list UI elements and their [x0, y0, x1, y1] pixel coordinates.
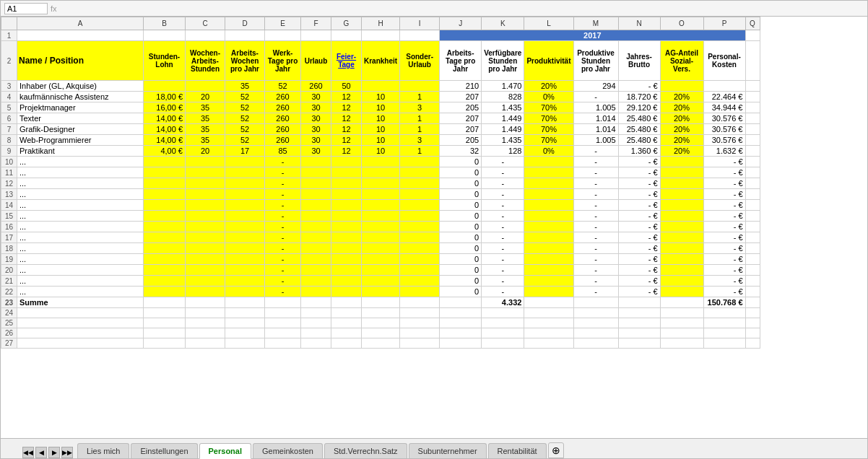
- cell-m4[interactable]: -: [573, 92, 618, 102]
- cell-l8[interactable]: 70%: [524, 135, 573, 146]
- col-header-a[interactable]: A: [17, 17, 144, 30]
- cell-q6[interactable]: [745, 113, 760, 124]
- col-header-n[interactable]: N: [618, 17, 660, 30]
- col-header-d[interactable]: D: [225, 17, 265, 30]
- cell-m9[interactable]: -: [573, 146, 618, 157]
- cell-e5[interactable]: 260: [265, 102, 301, 113]
- cell-b5[interactable]: 16,00 €: [144, 102, 186, 113]
- cell-m8[interactable]: 1.005: [573, 135, 618, 146]
- cell-q9[interactable]: [745, 146, 760, 157]
- cell-a23[interactable]: Summe: [17, 297, 144, 308]
- cell-q5[interactable]: [745, 102, 760, 113]
- header-krankheit[interactable]: Krankheit: [362, 41, 400, 81]
- col-header-k[interactable]: K: [482, 17, 524, 30]
- cell-h8[interactable]: 10: [362, 135, 400, 146]
- col-header-o[interactable]: O: [660, 17, 703, 30]
- header-name[interactable]: Name / Position: [17, 41, 144, 81]
- header-produktive[interactable]: Produktive Stunden pro Jahr: [573, 41, 618, 81]
- header-werk-tage[interactable]: Werk-Tage pro Jahr: [265, 41, 301, 81]
- cell-j4[interactable]: 207: [440, 92, 482, 102]
- cell-i8[interactable]: 3: [400, 135, 440, 146]
- cell-j9[interactable]: 32: [440, 146, 482, 157]
- cell-h7[interactable]: 10: [362, 124, 400, 135]
- cell-d5[interactable]: 52: [225, 102, 265, 113]
- col-header-i[interactable]: I: [400, 17, 440, 30]
- cell-a8[interactable]: Web-Programmierer: [17, 135, 144, 146]
- cell-e8[interactable]: 260: [265, 135, 301, 146]
- cell-c5[interactable]: 35: [186, 102, 225, 113]
- header-sonder-urlaub[interactable]: Sonder-Urlaub: [400, 41, 440, 81]
- cell-l5[interactable]: 70%: [524, 102, 573, 113]
- cell-d8[interactable]: 52: [225, 135, 265, 146]
- cell-i9[interactable]: 1: [400, 146, 440, 157]
- cell-g4[interactable]: 12: [331, 92, 362, 102]
- cell-p6[interactable]: 30.576 €: [703, 113, 745, 124]
- header-produktivitaet[interactable]: Produktivität: [524, 41, 573, 81]
- cell-f9[interactable]: 30: [301, 146, 331, 157]
- cell-a7[interactable]: Grafik-Designer: [17, 124, 144, 135]
- cell-j3[interactable]: 210: [440, 81, 482, 92]
- cell-n5[interactable]: 29.120 €: [618, 102, 660, 113]
- cell-p8[interactable]: 30.576 €: [703, 135, 745, 146]
- cell-b6[interactable]: 14,00 €: [144, 113, 186, 124]
- cell-o3[interactable]: [660, 81, 703, 92]
- cell-g3[interactable]: 50: [331, 81, 362, 92]
- cell-f6[interactable]: 30: [301, 113, 331, 124]
- cell-o8[interactable]: 20%: [660, 135, 703, 146]
- cell-a1[interactable]: [17, 30, 144, 41]
- cell-a6[interactable]: Texter: [17, 113, 144, 124]
- cell-a3[interactable]: Inhaber (GL, Akquise): [17, 81, 144, 92]
- sheet-area[interactable]: A B C D E F G H I J K L M N O P Q: [1, 17, 867, 438]
- cell-g9[interactable]: 12: [331, 146, 362, 157]
- cell-o6[interactable]: 20%: [660, 113, 703, 124]
- cell-p5[interactable]: 34.944 €: [703, 102, 745, 113]
- cell-e1[interactable]: [265, 30, 301, 41]
- cell-a4[interactable]: kaufmännische Assistenz: [17, 92, 144, 102]
- cell-p4[interactable]: 22.464 €: [703, 92, 745, 102]
- cell-q7[interactable]: [745, 124, 760, 135]
- cell-c8[interactable]: 35: [186, 135, 225, 146]
- cell-n8[interactable]: 25.480 €: [618, 135, 660, 146]
- cell-b7[interactable]: 14,00 €: [144, 124, 186, 135]
- cell-m7[interactable]: 1.014: [573, 124, 618, 135]
- cell-h3[interactable]: [362, 81, 400, 92]
- cell-g8[interactable]: 12: [331, 135, 362, 146]
- cell-h6[interactable]: 10: [362, 113, 400, 124]
- cell-q8[interactable]: [745, 135, 760, 146]
- cell-k6[interactable]: 1.449: [482, 113, 524, 124]
- cell-d1[interactable]: [225, 30, 265, 41]
- cell-a9[interactable]: Praktikant: [17, 146, 144, 157]
- col-header-c[interactable]: C: [186, 17, 225, 30]
- cell-k7[interactable]: 1.449: [482, 124, 524, 135]
- cell-q2[interactable]: [745, 41, 760, 81]
- cell-m6[interactable]: 1.014: [573, 113, 618, 124]
- tab-nav-left[interactable]: ◀: [35, 447, 47, 458]
- cell-f1[interactable]: [301, 30, 331, 41]
- cell-o5[interactable]: 20%: [660, 102, 703, 113]
- cell-d4[interactable]: 52: [225, 92, 265, 102]
- cell-n4[interactable]: 18.720 €: [618, 92, 660, 102]
- cell-m5[interactable]: 1.005: [573, 102, 618, 113]
- cell-f3[interactable]: 260: [301, 81, 331, 92]
- cell-b8[interactable]: 14,00 €: [144, 135, 186, 146]
- cell-h4[interactable]: 10: [362, 92, 400, 102]
- cell-j8[interactable]: 205: [440, 135, 482, 146]
- cell-i1[interactable]: [400, 30, 440, 41]
- header-urlaub[interactable]: Urlaub: [301, 41, 331, 81]
- header-feier-tage[interactable]: Feier-Tage: [331, 41, 362, 81]
- cell-p3[interactable]: [703, 81, 745, 92]
- cell-h5[interactable]: 10: [362, 102, 400, 113]
- cell-l9[interactable]: 0%: [524, 146, 573, 157]
- cell-f7[interactable]: 30: [301, 124, 331, 135]
- col-header-j[interactable]: J: [440, 17, 482, 30]
- cell-c7[interactable]: 35: [186, 124, 225, 135]
- header-personal-kosten[interactable]: Personal-Kosten: [703, 41, 745, 81]
- cell-reference-box[interactable]: [4, 3, 48, 14]
- tab-nav-right-right[interactable]: ▶▶: [61, 447, 73, 458]
- cell-p9[interactable]: 1.632 €: [703, 146, 745, 157]
- header-jahres-brutto[interactable]: Jahres-Brutto: [618, 41, 660, 81]
- col-header-e[interactable]: E: [265, 17, 301, 30]
- cell-c6[interactable]: 35: [186, 113, 225, 124]
- cell-g7[interactable]: 12: [331, 124, 362, 135]
- cell-e7[interactable]: 260: [265, 124, 301, 135]
